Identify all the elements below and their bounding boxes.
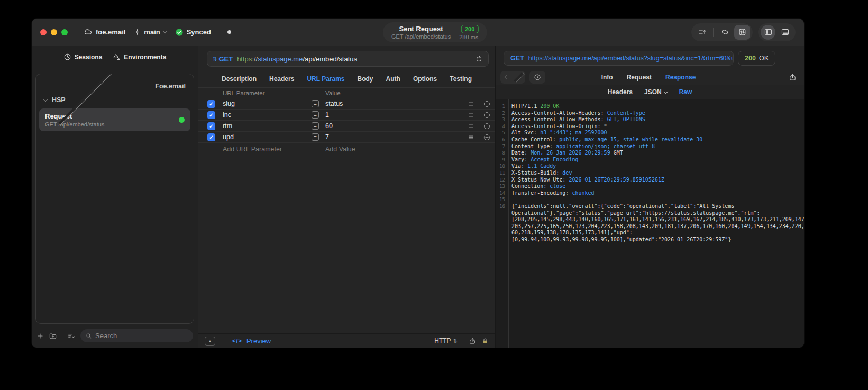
request-url-bar[interactable]: ⇅ GET https://statuspage.me/api/embed/st… bbox=[207, 51, 489, 67]
tab-environments[interactable]: Environments bbox=[113, 53, 166, 61]
tree-group-hsp[interactable]: HSP bbox=[39, 93, 191, 107]
add-request-button[interactable] bbox=[36, 332, 44, 340]
code-line: [208,205,145,298,443,140,160,165,171,161… bbox=[496, 216, 804, 223]
response-tab-request[interactable]: Request bbox=[627, 74, 652, 81]
request-tab-body[interactable]: Body bbox=[358, 75, 373, 83]
response-subtab-raw[interactable]: Raw bbox=[679, 88, 692, 96]
request-tab-description[interactable]: Description bbox=[222, 75, 257, 83]
project-menu[interactable]: foe.email bbox=[84, 28, 125, 37]
response-toolbar: InfoRequestResponse bbox=[496, 69, 804, 85]
param-name[interactable]: rtm bbox=[223, 122, 312, 130]
row-options-icon[interactable] bbox=[463, 123, 478, 130]
param-name[interactable]: upd bbox=[223, 133, 312, 141]
drawer-toggle-button[interactable]: ▲ bbox=[205, 337, 215, 346]
param-value[interactable]: status bbox=[325, 100, 463, 107]
response-url-bar[interactable]: GET https://statuspage.me/api/embed/stat… bbox=[504, 51, 734, 66]
row-remove-button[interactable] bbox=[478, 100, 495, 108]
add-session-button[interactable] bbox=[39, 65, 45, 71]
request-tab-url-params[interactable]: URL Params bbox=[307, 75, 344, 83]
new-folder-button[interactable] bbox=[49, 332, 57, 340]
preview-button[interactable]: </> Preview bbox=[232, 337, 271, 345]
cloud-icon bbox=[84, 28, 93, 37]
tab-sessions[interactable]: Sessions bbox=[63, 53, 103, 61]
protocol-selector[interactable]: HTTP ⇅ bbox=[434, 337, 458, 344]
tree-group-label: HSP bbox=[52, 96, 66, 104]
sync-status[interactable]: Synced bbox=[175, 28, 211, 37]
forward-button[interactable] bbox=[513, 71, 525, 84]
param-value[interactable]: 60 bbox=[325, 122, 463, 130]
row-remove-button[interactable] bbox=[478, 111, 495, 119]
response-code-lines: 1HTTP/1.1 200 OK2Access-Control-Allow-He… bbox=[496, 103, 804, 243]
response-body[interactable]: 1HTTP/1.1 200 OK2Access-Control-Allow-He… bbox=[496, 99, 804, 348]
row-remove-button[interactable] bbox=[478, 122, 495, 130]
sidebar-search[interactable] bbox=[80, 329, 193, 342]
footer-right-actions: HTTP ⇅ bbox=[434, 337, 489, 345]
response-status-badge: 200 OK bbox=[738, 51, 775, 66]
row-options-icon[interactable] bbox=[463, 134, 478, 141]
export-requests-button[interactable] bbox=[694, 25, 710, 40]
tree-group-foe-email[interactable]: Foe.email bbox=[39, 79, 191, 93]
code-line: 203,257,225,165,250,173,204,223,158,208,… bbox=[496, 223, 804, 230]
sent-request-title: Sent Request bbox=[391, 25, 451, 33]
add-value-field[interactable]: Add Value bbox=[325, 146, 463, 153]
code-line: [0,99.94,100,99.93,99.98,99.95,100],"upd… bbox=[496, 237, 804, 243]
param-checkbox[interactable]: ✓ bbox=[207, 100, 215, 108]
row-options-icon[interactable] bbox=[463, 101, 478, 107]
close-button[interactable] bbox=[40, 29, 47, 35]
request-panel: ⇅ GET https://statuspage.me/api/embed/st… bbox=[198, 46, 496, 348]
group-divider bbox=[713, 28, 714, 37]
method-updown-icon: ⇅ bbox=[213, 56, 217, 62]
param-value[interactable]: 7 bbox=[325, 133, 463, 141]
zoom-button[interactable] bbox=[61, 29, 68, 35]
code-line: 14Transfer-Encoding: chunked bbox=[496, 190, 804, 197]
request-url-input[interactable]: https://statuspage.me/api/embed/status bbox=[237, 55, 471, 63]
param-checkbox[interactable]: ✓ bbox=[207, 122, 215, 130]
param-name[interactable]: slug bbox=[223, 100, 312, 107]
back-button[interactable] bbox=[500, 71, 513, 84]
request-tabs: DescriptionHeadersURL ParamsBodyAuthOpti… bbox=[198, 70, 495, 88]
code-line: 6Cache-Control: public, max-age=15, stal… bbox=[496, 137, 804, 143]
share-icon[interactable] bbox=[469, 337, 476, 345]
sent-request-pill[interactable]: Sent Request GET /api/embed/status 200 2… bbox=[383, 22, 487, 42]
toggle-bottom-panel-button[interactable] bbox=[777, 25, 793, 40]
sync-loops-button[interactable] bbox=[717, 25, 733, 40]
request-tab-headers[interactable]: Headers bbox=[269, 75, 294, 83]
response-subtab-json[interactable]: JSON bbox=[644, 88, 668, 96]
row-remove-button[interactable] bbox=[478, 133, 495, 141]
response-share bbox=[696, 73, 797, 81]
response-subtab-headers[interactable]: Headers bbox=[608, 88, 633, 96]
code-line: 13Connection: close bbox=[496, 183, 804, 190]
resend-icon[interactable] bbox=[475, 55, 483, 63]
param-add-row: Add URL Parameter Add Value bbox=[198, 143, 495, 155]
add-url-parameter-field[interactable]: Add URL Parameter bbox=[223, 146, 312, 153]
response-tab-info[interactable]: Info bbox=[601, 74, 613, 81]
lock-icon[interactable] bbox=[481, 337, 489, 345]
param-checkbox[interactable]: ✓ bbox=[207, 111, 215, 119]
titlebar-actions bbox=[691, 23, 796, 41]
remove-session-button[interactable] bbox=[52, 65, 59, 71]
minimize-button[interactable] bbox=[51, 29, 57, 35]
sessions-clock-icon bbox=[63, 53, 71, 61]
search-input[interactable] bbox=[95, 332, 188, 340]
row-options-icon[interactable] bbox=[463, 112, 478, 119]
param-value[interactable]: 1 bbox=[325, 111, 463, 119]
param-row: ✓rtm=60 bbox=[198, 121, 495, 132]
request-tab-auth[interactable]: Auth bbox=[386, 75, 400, 83]
window-titlebar: foe.email main Synced Sent Request GET /… bbox=[32, 19, 804, 46]
response-tab-response[interactable]: Response bbox=[665, 74, 696, 81]
toggle-sidebar-button[interactable] bbox=[761, 25, 775, 40]
share-icon[interactable] bbox=[789, 73, 797, 81]
param-name[interactable]: inc bbox=[223, 111, 312, 119]
history-button[interactable] bbox=[529, 71, 545, 84]
request-tab-testing[interactable]: Testing bbox=[450, 75, 472, 83]
method-selector[interactable]: ⇅ GET bbox=[213, 55, 233, 63]
param-checkbox[interactable]: ✓ bbox=[207, 133, 215, 141]
import-response-button[interactable] bbox=[734, 25, 750, 40]
equals-box: = bbox=[312, 133, 319, 141]
param-table-header: URL Parameter Value bbox=[198, 88, 495, 98]
request-tab-options[interactable]: Options bbox=[413, 75, 437, 83]
branch-menu[interactable]: main bbox=[134, 28, 166, 36]
sort-filter-button[interactable] bbox=[67, 332, 76, 340]
chevron-down-icon bbox=[162, 29, 167, 33]
url-scheme: https bbox=[237, 55, 252, 63]
